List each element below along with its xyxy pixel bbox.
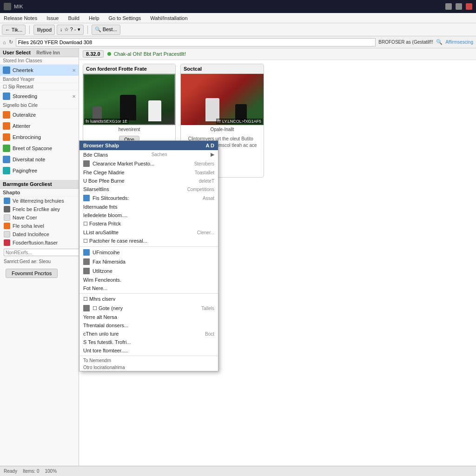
ctx-short-1: Sterobers — [194, 161, 214, 166]
ctx-item-fot[interactable]: Fot Nere... — [79, 284, 218, 292]
outeralize-label: Outeralize — [13, 112, 36, 118]
ctx-short-9: Clener... — [197, 230, 214, 235]
version-badge: 8.32.0 — [83, 50, 104, 58]
attenter-label: Attenter — [13, 123, 31, 129]
address-label2: Affirmsescing — [445, 40, 473, 45]
sidebar-item-breet[interactable]: Breet of Spacone — [0, 143, 79, 154]
back-btn[interactable]: ← Tik... — [2, 25, 26, 35]
breet-icon — [3, 145, 10, 152]
panel-icon-2 — [4, 214, 10, 221]
ctx-sep-2 — [79, 293, 218, 294]
menu-help[interactable]: Help — [87, 14, 101, 22]
menu-wahl[interactable]: Wahl/Installation — [148, 14, 189, 22]
address-path[interactable]: Files 26/20 YFER Download 308 — [16, 38, 376, 46]
panel-label-4: Dated Incloifece — [13, 231, 49, 237]
maximize-btn[interactable] — [456, 3, 462, 10]
storeeding-close[interactable]: ✕ — [72, 94, 76, 99]
address-icon: 🔍 — [436, 39, 443, 45]
ctx-label-19: ☐ Gote (nery — [93, 305, 123, 311]
ctx-item-idternu[interactable]: Idternuade fnts — [79, 203, 218, 211]
type-btn[interactable]: Illypod — [33, 25, 55, 35]
title-bar-text: MIK — [14, 4, 23, 9]
panel-item-1[interactable]: Fnelc be Ercfike aley — [0, 205, 79, 213]
home-icon: ⌂ — [3, 40, 6, 45]
ctx-item-clearance[interactable]: Clearance Market Puesto... Sterobers — [79, 159, 218, 168]
ctx-sep-3 — [79, 356, 218, 356]
ctx-short-19: Tallels — [201, 306, 214, 311]
menu-settings[interactable]: Go to Settings — [107, 14, 143, 22]
ctx-item-ielledelete[interactable]: Ielledelete bloom.... — [79, 211, 218, 219]
ctx-item-tfrentalal[interactable]: Tfrentalal donsers... — [79, 321, 218, 330]
sidebar-item-pagingfree[interactable]: Pagingfree — [0, 165, 79, 176]
ctx-item-bde-cllans[interactable]: Bde Cllans Sachen ▶ — [79, 150, 218, 159]
attenter-icon — [3, 122, 10, 130]
ctx-label-0: Bde Cllans — [83, 152, 108, 158]
card-rugby-label: hevenirent — [83, 125, 175, 134]
menu-issue[interactable]: Issue — [45, 14, 60, 22]
sidebar-item-diversitat[interactable]: Diversitat note — [0, 154, 79, 165]
ctx-label-18: ☐ Mhrs clserv — [83, 296, 115, 302]
menu-bar: Release Notes Issue Build Help Go to Set… — [0, 13, 476, 23]
ctx-item-fostera[interactable]: ☐ Fostera Pritck — [79, 219, 218, 228]
signello-label: Signello bio Cirle — [0, 102, 79, 109]
refresh-icon: ↻ — [9, 39, 13, 45]
search-btn[interactable]: 🔍 Best... — [92, 25, 120, 35]
panel-label-1: Fnelc be Ercfike aley — [13, 206, 60, 212]
status-text-value: Chak-al Ohl! Bbt Part Pracestllt! — [114, 51, 186, 57]
bottom-panel-header: Barrmgste Gorcliest — [0, 180, 79, 189]
panel-item-2[interactable]: Nave Coer — [0, 213, 79, 222]
ctx-icon-12 — [83, 249, 90, 256]
sip-reecast: ☐ Sip Reecast — [0, 83, 79, 91]
ctx-item-cthen[interactable]: cThen unlo ture Boct — [79, 330, 218, 338]
sidebar-item-cheertek[interactable]: Cheertek ✕ — [0, 65, 79, 76]
ctx-label-16: Fot Nere... — [83, 285, 107, 291]
ctx-item-silars[interactable]: Silarseltlins Competitions — [79, 185, 218, 193]
ctx-icon-1 — [83, 160, 90, 167]
filter-btn[interactable]: ↓ ☆ ? - ▾ — [57, 25, 84, 35]
panel-item-4[interactable]: Dated Incloifece — [0, 230, 79, 238]
ctx-item-ufnimcoihe[interactable]: UFnimcoihe — [79, 248, 218, 257]
ctx-label-12: UFnimcoihe — [93, 250, 120, 255]
status-item-1: Items: 0 — [23, 469, 40, 474]
address-label1: BROFOSER as (Gestatilf!! — [378, 40, 433, 45]
ctx-item-llist[interactable]: LList aruSatiltte Clener... — [79, 228, 218, 237]
sidebar-item-attenter[interactable]: Attenter — [0, 120, 79, 132]
ctx-item-fax[interactable]: Fax Nimersida — [79, 257, 218, 266]
ctx-item-gote[interactable]: ☐ Gote (nery Tallels — [79, 304, 218, 313]
ctx-item-slitcourt[interactable]: Fis Slitcourteds: Assat — [79, 193, 218, 203]
ctx-item-utlit[interactable]: Utlitzone — [79, 266, 218, 276]
ctx-footer-1: To Nemendrn — [79, 357, 218, 364]
ctx-item-wim[interactable]: Wim Fencleonts. — [79, 276, 218, 284]
panel-label-5: Fosderftusion.ftaser — [13, 240, 58, 245]
cheertek-close[interactable]: ✕ — [72, 68, 76, 73]
panel-item-0[interactable]: Ve⁢ illterrezing brchuies — [0, 197, 79, 205]
bottom-panel-btn[interactable]: Fovommt Pncrtos — [6, 269, 58, 278]
toolbar-sep-2 — [87, 26, 88, 34]
content-toolbar: 8.32.0 Chak-al Ohl! Bbt Part Pracestllt! — [79, 48, 476, 60]
ctx-item-pfee[interactable]: U Boe Pfee Burne deleteT — [79, 177, 218, 185]
ctx-item-pactoher[interactable]: ☐ Pactoher fe case nresal... — [79, 237, 218, 245]
ctx-label-21: Tfrentalal donsers... — [83, 323, 128, 328]
sidebar-item-outeralize[interactable]: Outeralize — [0, 109, 79, 120]
sidebar-item-embrocining[interactable]: Embrocining — [0, 132, 79, 143]
storeeding-label: Storeeding — [13, 93, 37, 99]
sidebar-item-storeeding[interactable]: Storeeding ✕ — [0, 91, 79, 102]
menu-build[interactable]: Build — [66, 14, 81, 22]
ctx-item-tes[interactable]: S Tes futestli. Trofri... — [79, 338, 218, 346]
panel-item-3[interactable]: Fle soha level — [0, 222, 79, 230]
close-btn[interactable] — [466, 3, 472, 10]
ctx-item-unt[interactable]: Unt tore ftomteer..... — [79, 346, 218, 355]
banded-yeager: Banded Yeager — [0, 76, 79, 83]
panel-label-3: Fle soha level — [13, 223, 44, 229]
panel-icon-3 — [4, 223, 10, 229]
ctx-icon-13 — [83, 258, 90, 265]
menu-release-notes[interactable]: Release Notes — [2, 14, 39, 22]
card-soccer-header: Soctcal — [181, 64, 264, 74]
ctx-item-clege[interactable]: Fhe Clege Nladrie Toastallet — [79, 168, 218, 177]
bottom-panel-title: Barrmgste Gorcliest — [3, 181, 52, 187]
bottom-panel-input[interactable] — [4, 249, 79, 256]
ctx-item-mhrs[interactable]: ☐ Mhrs clserv — [79, 295, 218, 304]
minimize-btn[interactable] — [445, 3, 452, 10]
panel-item-5[interactable]: Fosderftusion.ftaser — [0, 238, 79, 247]
ctx-item-yerre[interactable]: Yerre alt Nersa — [79, 313, 218, 321]
